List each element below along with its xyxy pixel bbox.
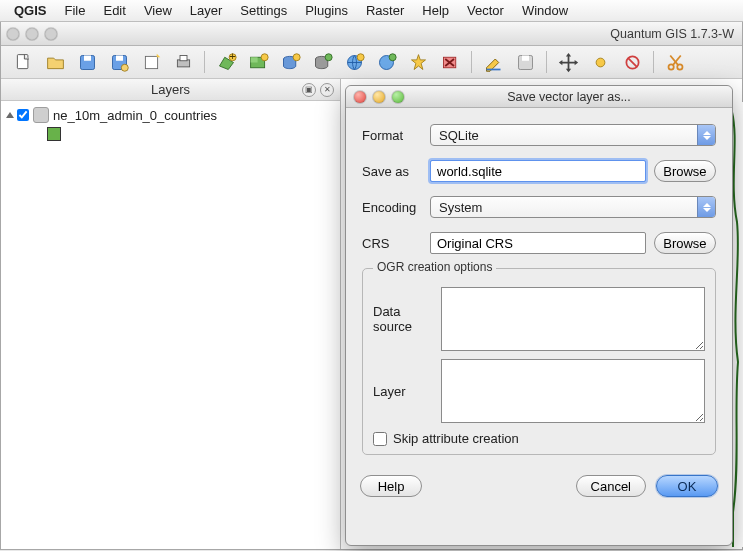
- add-vector-layer-icon[interactable]: +: [214, 50, 238, 74]
- dialog-footer: Help Cancel OK: [346, 465, 732, 511]
- add-postgis-layer-icon[interactable]: [278, 50, 302, 74]
- menu-raster[interactable]: Raster: [366, 3, 404, 18]
- layers-undock-icon[interactable]: ▣: [302, 83, 316, 97]
- main-window-titlebar: Quantum GIS 1.7.3-W: [1, 22, 742, 46]
- format-value: SQLite: [439, 128, 479, 143]
- save-edits-icon[interactable]: [513, 50, 537, 74]
- pencil-edit-icon[interactable]: [481, 50, 505, 74]
- dialog-minimize-icon[interactable]: [373, 91, 385, 103]
- menu-settings[interactable]: Settings: [240, 3, 287, 18]
- format-label: Format: [362, 128, 430, 143]
- add-wfs-layer-icon[interactable]: [374, 50, 398, 74]
- format-select[interactable]: SQLite: [430, 124, 716, 146]
- svg-rect-2: [84, 55, 91, 60]
- svg-text:+: +: [229, 52, 236, 62]
- ogr-options-groupbox: OGR creation options Data source Layer S…: [362, 268, 716, 455]
- main-zoom-icon[interactable]: [45, 28, 57, 40]
- layers-close-icon[interactable]: ✕: [320, 83, 334, 97]
- ok-button[interactable]: OK: [656, 475, 718, 497]
- new-project-icon[interactable]: [11, 50, 35, 74]
- deselect-icon[interactable]: [620, 50, 644, 74]
- svg-line-36: [628, 58, 637, 67]
- svg-point-22: [389, 53, 396, 60]
- crs-input[interactable]: [430, 232, 646, 254]
- svg-marker-33: [574, 59, 578, 64]
- print-icon[interactable]: [171, 50, 195, 74]
- menu-edit[interactable]: Edit: [103, 3, 125, 18]
- svg-point-14: [261, 53, 268, 60]
- layers-panel-titlebar: Layers ▣ ✕: [1, 79, 340, 101]
- app-menu[interactable]: QGIS: [14, 3, 47, 18]
- traffic-lights: [7, 28, 57, 40]
- menu-vector[interactable]: Vector: [467, 3, 504, 18]
- svg-point-34: [596, 58, 605, 67]
- svg-point-18: [325, 53, 332, 60]
- dialog-zoom-icon[interactable]: [392, 91, 404, 103]
- navigate-icon[interactable]: [556, 50, 580, 74]
- svg-point-20: [357, 53, 364, 60]
- help-button[interactable]: Help: [360, 475, 422, 497]
- svg-rect-9: [180, 55, 187, 60]
- save-project-icon[interactable]: [75, 50, 99, 74]
- main-minimize-icon[interactable]: [26, 28, 38, 40]
- saveas-label: Save as: [362, 164, 430, 179]
- menu-layer[interactable]: Layer: [190, 3, 223, 18]
- svg-marker-7: [156, 53, 160, 57]
- add-raster-layer-icon[interactable]: [246, 50, 270, 74]
- layers-panel: Layers ▣ ✕ ne_10m_admin_0_countries: [1, 79, 341, 549]
- svg-marker-23: [411, 54, 425, 69]
- menu-window[interactable]: Window: [522, 3, 568, 18]
- menu-plugins[interactable]: Plugins: [305, 3, 348, 18]
- open-project-icon[interactable]: [43, 50, 67, 74]
- save-vector-dialog: Save vector layer as... Format SQLite Sa…: [345, 85, 733, 546]
- skip-attribute-checkbox[interactable]: [373, 432, 387, 446]
- svg-rect-29: [522, 55, 529, 60]
- dialog-title: Save vector layer as...: [414, 90, 724, 104]
- main-window-title: Quantum GIS 1.7.3-W: [67, 27, 736, 41]
- new-bookmark-icon[interactable]: [406, 50, 430, 74]
- select-arrows-icon: [697, 125, 715, 145]
- saveas-input[interactable]: [430, 160, 646, 182]
- cancel-button[interactable]: Cancel: [576, 475, 646, 497]
- layer-row[interactable]: ne_10m_admin_0_countries: [5, 105, 336, 125]
- remove-layer-icon[interactable]: [438, 50, 462, 74]
- mac-menubar: QGIS File Edit View Layer Settings Plugi…: [0, 0, 743, 22]
- menu-file[interactable]: File: [65, 3, 86, 18]
- ogr-layer-textarea[interactable]: [441, 359, 705, 423]
- add-spatialite-layer-icon[interactable]: [310, 50, 334, 74]
- select-icon[interactable]: [588, 50, 612, 74]
- dialog-close-icon[interactable]: [354, 91, 366, 103]
- layers-tree: ne_10m_admin_0_countries: [1, 101, 340, 549]
- datasource-label: Data source: [373, 304, 441, 334]
- menu-view[interactable]: View: [144, 3, 172, 18]
- skip-attribute-label: Skip attribute creation: [393, 431, 519, 446]
- save-project-as-icon[interactable]: [107, 50, 131, 74]
- cut-icon[interactable]: [663, 50, 687, 74]
- select-arrows-icon: [697, 197, 715, 217]
- crs-label: CRS: [362, 236, 430, 251]
- layer-legend-swatch: [47, 127, 61, 141]
- toolbar-separator: [471, 51, 472, 73]
- polygon-layer-icon: [33, 107, 49, 123]
- main-close-icon[interactable]: [7, 28, 19, 40]
- dialog-titlebar: Save vector layer as...: [346, 86, 732, 108]
- expand-caret-icon[interactable]: [6, 112, 14, 118]
- layer-name: ne_10m_admin_0_countries: [53, 108, 217, 123]
- saveas-browse-button[interactable]: Browse: [654, 160, 716, 182]
- svg-point-5: [121, 64, 128, 71]
- datasource-textarea[interactable]: [441, 287, 705, 351]
- layer-visibility-checkbox[interactable]: [17, 109, 29, 121]
- add-wms-layer-icon[interactable]: [342, 50, 366, 74]
- new-print-composer-icon[interactable]: [139, 50, 163, 74]
- svg-rect-4: [116, 55, 123, 60]
- toolbar-separator: [546, 51, 547, 73]
- menu-help[interactable]: Help: [422, 3, 449, 18]
- svg-marker-30: [565, 52, 570, 56]
- svg-rect-6: [145, 56, 157, 68]
- main-toolbar: +: [1, 46, 742, 79]
- svg-marker-31: [565, 68, 570, 72]
- encoding-label: Encoding: [362, 200, 430, 215]
- encoding-select[interactable]: System: [430, 196, 716, 218]
- crs-browse-button[interactable]: Browse: [654, 232, 716, 254]
- layers-panel-title: Layers: [151, 82, 190, 97]
